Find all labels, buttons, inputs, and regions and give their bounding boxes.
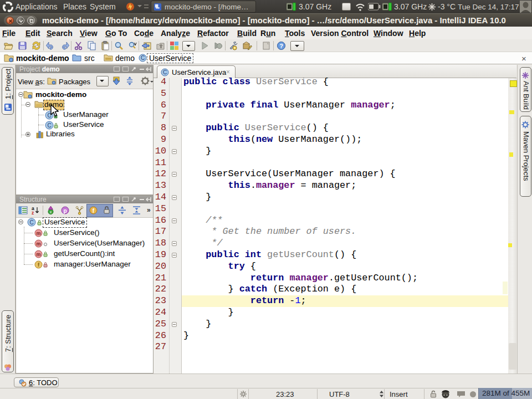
- svg-text:p: p: [63, 208, 66, 214]
- svg-text:?: ?: [279, 43, 283, 49]
- svg-text:m: m: [36, 241, 40, 247]
- svg-text:C: C: [29, 219, 33, 226]
- svg-text:C: C: [163, 69, 167, 75]
- svg-text:x: x: [50, 210, 52, 214]
- svg-text:m: m: [36, 252, 40, 257]
- svg-text:m: m: [36, 231, 40, 236]
- svg-text:C: C: [47, 122, 51, 129]
- svg-text:C: C: [141, 55, 145, 61]
- svg-text:z: z: [32, 210, 34, 215]
